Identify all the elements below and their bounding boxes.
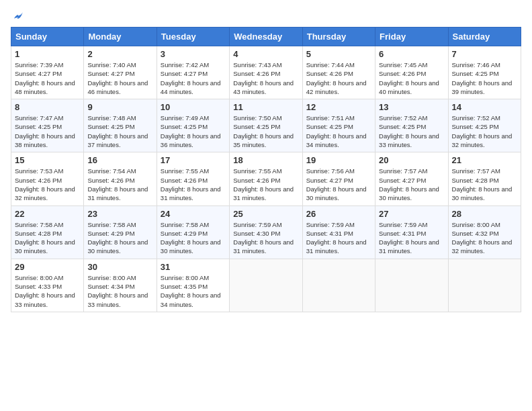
day-number: 9 — [87, 102, 152, 112]
day-number: 23 — [87, 209, 152, 219]
day-info: Sunrise: 7:59 AM Sunset: 4:31 PM Dayligh… — [306, 220, 371, 256]
day-number: 2 — [87, 49, 152, 59]
day-number: 15 — [15, 155, 80, 165]
calendar-cell — [230, 259, 302, 312]
calendar-cell: 1 Sunrise: 7:39 AM Sunset: 4:27 PM Dayli… — [11, 46, 84, 99]
day-number: 19 — [306, 155, 371, 165]
day-info: Sunrise: 7:43 AM Sunset: 4:26 PM Dayligh… — [233, 60, 298, 96]
calendar-dow-wednesday: Wednesday — [230, 28, 302, 46]
calendar-cell — [375, 259, 448, 312]
day-info: Sunrise: 7:59 AM Sunset: 4:31 PM Dayligh… — [379, 220, 444, 256]
calendar-cell: 14 Sunrise: 7:52 AM Sunset: 4:25 PM Dayl… — [448, 99, 521, 152]
page-header — [11, 11, 521, 20]
day-info: Sunrise: 8:00 AM Sunset: 4:35 PM Dayligh… — [161, 273, 226, 309]
day-info: Sunrise: 7:55 AM Sunset: 4:26 PM Dayligh… — [233, 167, 298, 202]
calendar-cell: 30 Sunrise: 8:00 AM Sunset: 4:34 PM Dayl… — [84, 259, 157, 312]
calendar-cell: 25 Sunrise: 7:59 AM Sunset: 4:30 PM Dayl… — [230, 205, 302, 259]
day-number: 3 — [161, 49, 226, 59]
day-number: 16 — [87, 155, 152, 165]
day-number: 30 — [87, 262, 152, 272]
calendar-cell: 7 Sunrise: 7:46 AM Sunset: 4:25 PM Dayli… — [448, 46, 521, 99]
day-info: Sunrise: 7:58 AM Sunset: 4:29 PM Dayligh… — [87, 220, 152, 256]
calendar-dow-thursday: Thursday — [302, 28, 375, 46]
day-number: 28 — [452, 209, 517, 219]
day-number: 26 — [306, 209, 371, 219]
calendar-week-row: 8 Sunrise: 7:47 AM Sunset: 4:25 PM Dayli… — [11, 99, 521, 152]
day-number: 20 — [379, 155, 444, 165]
day-info: Sunrise: 7:57 AM Sunset: 4:27 PM Dayligh… — [379, 167, 444, 202]
day-number: 12 — [306, 102, 371, 112]
day-number: 13 — [379, 102, 444, 112]
day-info: Sunrise: 7:52 AM Sunset: 4:25 PM Dayligh… — [452, 113, 517, 149]
calendar-table: SundayMondayTuesdayWednesdayThursdayFrid… — [11, 27, 521, 312]
day-number: 6 — [379, 49, 444, 59]
calendar-cell: 26 Sunrise: 7:59 AM Sunset: 4:31 PM Dayl… — [302, 205, 375, 259]
day-info: Sunrise: 7:51 AM Sunset: 4:25 PM Dayligh… — [306, 113, 371, 149]
calendar-cell: 13 Sunrise: 7:52 AM Sunset: 4:25 PM Dayl… — [375, 99, 448, 152]
day-number: 21 — [452, 155, 517, 165]
calendar-cell: 29 Sunrise: 8:00 AM Sunset: 4:33 PM Dayl… — [11, 259, 84, 312]
logo — [11, 11, 24, 20]
day-info: Sunrise: 7:48 AM Sunset: 4:25 PM Dayligh… — [87, 113, 152, 149]
day-info: Sunrise: 7:39 AM Sunset: 4:27 PM Dayligh… — [15, 60, 80, 96]
calendar-cell: 12 Sunrise: 7:51 AM Sunset: 4:25 PM Dayl… — [302, 99, 375, 152]
calendar-cell: 11 Sunrise: 7:50 AM Sunset: 4:25 PM Dayl… — [230, 99, 302, 152]
day-info: Sunrise: 7:40 AM Sunset: 4:27 PM Dayligh… — [87, 60, 152, 96]
day-info: Sunrise: 7:47 AM Sunset: 4:25 PM Dayligh… — [15, 113, 80, 149]
day-number: 5 — [306, 49, 371, 59]
day-info: Sunrise: 7:42 AM Sunset: 4:27 PM Dayligh… — [161, 60, 226, 96]
day-number: 29 — [15, 262, 80, 272]
day-info: Sunrise: 7:58 AM Sunset: 4:28 PM Dayligh… — [15, 220, 80, 256]
calendar-dow-saturday: Saturday — [448, 28, 521, 46]
day-number: 17 — [161, 155, 226, 165]
calendar-cell: 31 Sunrise: 8:00 AM Sunset: 4:35 PM Dayl… — [157, 259, 229, 312]
day-info: Sunrise: 7:50 AM Sunset: 4:25 PM Dayligh… — [233, 113, 298, 149]
calendar-cell: 5 Sunrise: 7:44 AM Sunset: 4:26 PM Dayli… — [302, 46, 375, 99]
calendar-cell: 17 Sunrise: 7:55 AM Sunset: 4:26 PM Dayl… — [157, 152, 229, 205]
day-info: Sunrise: 7:54 AM Sunset: 4:26 PM Dayligh… — [87, 167, 152, 202]
day-number: 14 — [452, 102, 517, 112]
calendar-cell: 10 Sunrise: 7:49 AM Sunset: 4:25 PM Dayl… — [157, 99, 229, 152]
calendar-header-row: SundayMondayTuesdayWednesdayThursdayFrid… — [11, 28, 521, 46]
day-info: Sunrise: 8:00 AM Sunset: 4:34 PM Dayligh… — [87, 273, 152, 309]
calendar-cell — [448, 259, 521, 312]
calendar-dow-sunday: Sunday — [11, 28, 84, 46]
calendar-cell: 27 Sunrise: 7:59 AM Sunset: 4:31 PM Dayl… — [375, 205, 448, 259]
day-info: Sunrise: 7:45 AM Sunset: 4:26 PM Dayligh… — [379, 60, 444, 96]
day-number: 31 — [161, 262, 226, 272]
calendar-dow-friday: Friday — [375, 28, 448, 46]
calendar-cell: 28 Sunrise: 8:00 AM Sunset: 4:32 PM Dayl… — [448, 205, 521, 259]
calendar-dow-monday: Monday — [84, 28, 157, 46]
day-info: Sunrise: 7:46 AM Sunset: 4:25 PM Dayligh… — [452, 60, 517, 96]
day-number: 10 — [161, 102, 226, 112]
day-info: Sunrise: 7:58 AM Sunset: 4:29 PM Dayligh… — [161, 220, 226, 256]
calendar-cell: 6 Sunrise: 7:45 AM Sunset: 4:26 PM Dayli… — [375, 46, 448, 99]
calendar-cell: 22 Sunrise: 7:58 AM Sunset: 4:28 PM Dayl… — [11, 205, 84, 259]
day-info: Sunrise: 7:59 AM Sunset: 4:30 PM Dayligh… — [233, 220, 298, 256]
day-number: 8 — [15, 102, 80, 112]
day-info: Sunrise: 7:52 AM Sunset: 4:25 PM Dayligh… — [379, 113, 444, 149]
calendar-cell: 21 Sunrise: 7:57 AM Sunset: 4:28 PM Dayl… — [448, 152, 521, 205]
day-number: 4 — [233, 49, 298, 59]
calendar-week-row: 22 Sunrise: 7:58 AM Sunset: 4:28 PM Dayl… — [11, 205, 521, 259]
day-number: 1 — [15, 49, 80, 59]
day-info: Sunrise: 8:00 AM Sunset: 4:32 PM Dayligh… — [452, 220, 517, 256]
day-info: Sunrise: 8:00 AM Sunset: 4:33 PM Dayligh… — [15, 273, 80, 309]
logo-bird-icon — [12, 11, 24, 23]
calendar-cell — [302, 259, 375, 312]
day-info: Sunrise: 7:55 AM Sunset: 4:26 PM Dayligh… — [161, 167, 226, 202]
day-number: 18 — [233, 155, 298, 165]
day-info: Sunrise: 7:53 AM Sunset: 4:26 PM Dayligh… — [15, 167, 80, 202]
day-info: Sunrise: 7:56 AM Sunset: 4:27 PM Dayligh… — [306, 167, 371, 202]
calendar-cell: 8 Sunrise: 7:47 AM Sunset: 4:25 PM Dayli… — [11, 99, 84, 152]
calendar-cell: 15 Sunrise: 7:53 AM Sunset: 4:26 PM Dayl… — [11, 152, 84, 205]
calendar-cell: 23 Sunrise: 7:58 AM Sunset: 4:29 PM Dayl… — [84, 205, 157, 259]
calendar-dow-tuesday: Tuesday — [157, 28, 229, 46]
calendar-cell: 18 Sunrise: 7:55 AM Sunset: 4:26 PM Dayl… — [230, 152, 302, 205]
day-number: 22 — [15, 209, 80, 219]
day-number: 11 — [233, 102, 298, 112]
calendar-cell: 16 Sunrise: 7:54 AM Sunset: 4:26 PM Dayl… — [84, 152, 157, 205]
calendar-cell: 24 Sunrise: 7:58 AM Sunset: 4:29 PM Dayl… — [157, 205, 229, 259]
day-info: Sunrise: 7:57 AM Sunset: 4:28 PM Dayligh… — [452, 167, 517, 202]
day-number: 7 — [452, 49, 517, 59]
